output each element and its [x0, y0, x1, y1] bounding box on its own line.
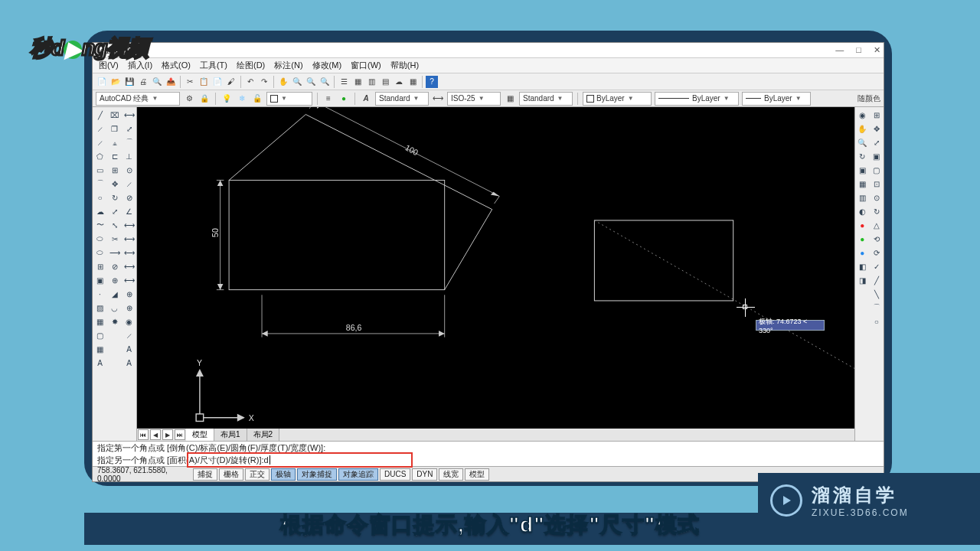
circle-icon[interactable]: ○	[94, 191, 106, 204]
close-button[interactable]: ✕	[874, 45, 880, 55]
3dfly-icon[interactable]: ▦	[856, 178, 868, 190]
ellipsearc-icon[interactable]: ⬭	[94, 246, 106, 259]
dimspace-icon[interactable]: ⟷	[123, 260, 136, 272]
preview-icon[interactable]: 🔍	[151, 76, 163, 88]
chamfer-icon[interactable]: ◢	[109, 288, 121, 300]
calc-icon[interactable]: ▦	[407, 76, 419, 88]
planarmap-icon[interactable]: ◧	[856, 260, 868, 272]
ducs-toggle[interactable]: DUCS	[380, 468, 410, 481]
save-icon[interactable]: 💾	[123, 76, 136, 88]
dimdiameter-icon[interactable]: ⊘	[123, 191, 136, 204]
fillet-icon[interactable]: ◡	[109, 302, 121, 314]
sheetset-icon[interactable]: ▤	[379, 76, 391, 88]
ucs-prev-icon[interactable]: ⤢	[871, 136, 883, 148]
properties-icon[interactable]: ☰	[338, 76, 350, 88]
textstyle-combo[interactable]: Standard▼	[375, 92, 429, 106]
tablestyle-combo[interactable]: Standard▼	[519, 92, 573, 106]
menu-draw[interactable]: 绘图(D)	[234, 59, 268, 72]
ws-lock-icon[interactable]: 🔒	[198, 93, 211, 105]
polygon-icon[interactable]: ⬠	[94, 150, 106, 162]
linetype-combo[interactable]: ByLayer▼	[655, 92, 739, 106]
material-icon[interactable]: ●	[856, 246, 868, 259]
break-icon[interactable]: ⊘	[109, 260, 121, 272]
layer-lock-icon[interactable]: 🔓	[251, 93, 263, 105]
table-icon[interactable]: ▦	[94, 343, 106, 355]
menu-format[interactable]: 格式(O)	[158, 59, 194, 72]
tolerance-icon[interactable]: ⊕	[123, 288, 136, 300]
drawing-canvas[interactable]: 100 50 86,6	[137, 107, 854, 429]
menu-dimension[interactable]: 标注(N)	[271, 59, 305, 72]
menu-help[interactable]: 帮助(H)	[387, 59, 422, 72]
block-icon[interactable]: ▣	[94, 274, 106, 286]
mirror-icon[interactable]: ⟁	[109, 136, 121, 148]
dimaligned-icon[interactable]: ⤢	[123, 122, 136, 135]
spline-icon[interactable]: 〜	[94, 219, 106, 231]
region-icon[interactable]: ▢	[94, 329, 106, 341]
vscurrent-icon[interactable]: ▥	[856, 191, 868, 204]
layer-color-combo[interactable]: ▼	[266, 92, 312, 106]
gradient-icon[interactable]: ▦	[94, 315, 106, 328]
jogline-icon[interactable]: ⟋	[123, 329, 136, 341]
publish-icon[interactable]: 📤	[165, 76, 177, 88]
snap-toggle[interactable]: 捕捉	[193, 468, 217, 481]
line-icon[interactable]: ╱	[94, 109, 106, 121]
osnap-end-icon[interactable]: ╱	[871, 274, 883, 286]
layer-manager-icon[interactable]: ≡	[322, 93, 335, 105]
dimradius-icon[interactable]: ⊙	[123, 164, 136, 176]
new-icon[interactable]: 📄	[96, 76, 108, 88]
dyn-toggle[interactable]: DYN	[412, 468, 437, 481]
toolpalette-icon[interactable]: ▥	[365, 76, 377, 88]
copy-icon[interactable]: 📋	[198, 76, 210, 88]
color-bylayer-combo[interactable]: ByLayer▼	[583, 92, 652, 106]
revcloud-icon[interactable]: ☁	[94, 205, 106, 217]
markup-icon[interactable]: ☁	[393, 76, 405, 88]
command-line-2[interactable]: 指定另一个角点或 [面积(A)/尺寸(D)/旋转(R)]: d	[93, 454, 884, 466]
polyline-icon[interactable]: ⟋	[94, 136, 106, 148]
maximize-button[interactable]: □	[856, 45, 861, 55]
sun-icon[interactable]: ●	[856, 233, 868, 245]
dimbreak-icon[interactable]: ⟷	[123, 274, 136, 286]
explode-icon[interactable]: ✸	[109, 315, 121, 328]
ucs-x-icon[interactable]: ⟲	[871, 233, 883, 245]
rotate-icon[interactable]: ↻	[109, 191, 121, 204]
3dpan-icon[interactable]: ✋	[856, 122, 868, 135]
trim-icon[interactable]: ✂	[109, 233, 121, 245]
ellipse-icon[interactable]: ⬭	[94, 233, 106, 245]
osnap-mid-icon[interactable]: ╲	[871, 288, 883, 300]
arc-icon[interactable]: ⌒	[94, 178, 106, 190]
minimize-button[interactable]: —	[835, 45, 844, 55]
dimcontinue-icon[interactable]: ⟷	[123, 246, 136, 259]
join-icon[interactable]: ⊕	[109, 274, 121, 286]
zoom-prev-icon[interactable]: 🔍	[318, 76, 331, 88]
layer-prev-icon[interactable]: ●	[338, 93, 350, 105]
layer-bulb-icon[interactable]: 💡	[220, 93, 233, 105]
ucs-icon[interactable]: ⊞	[871, 109, 883, 121]
move-icon[interactable]: ✥	[109, 178, 121, 190]
ucs-y-icon[interactable]: ⟳	[871, 246, 883, 259]
tab-model[interactable]: 模型	[186, 429, 214, 441]
tab-layout2[interactable]: 布局2	[247, 429, 280, 441]
light-icon[interactable]: ●	[856, 219, 868, 231]
tab-last-icon[interactable]: ⏭	[175, 429, 185, 440]
3dswivel-icon[interactable]: ↻	[856, 150, 868, 162]
zoom-rt-icon[interactable]: 🔍	[291, 76, 303, 88]
command-window[interactable]: 指定第一个角点或 [倒角(C)/标高(E)/圆角(F)/厚度(T)/宽度(W)]…	[93, 441, 884, 466]
lwt-toggle[interactable]: 线宽	[439, 468, 463, 481]
ucs-face-icon[interactable]: ▣	[871, 150, 883, 162]
scale-icon[interactable]: ⤢	[109, 205, 121, 217]
ws-settings-icon[interactable]: ⚙	[183, 93, 195, 105]
menu-tools[interactable]: 工具(T)	[197, 59, 230, 72]
dimlinear-icon[interactable]: ⟷	[123, 109, 136, 121]
copy-obj-icon[interactable]: ❐	[109, 122, 121, 135]
ucs-obj-icon[interactable]: ▢	[871, 164, 883, 176]
osnap-int-icon[interactable]: ⌒	[871, 302, 883, 314]
menu-window[interactable]: 窗口(W)	[348, 59, 384, 72]
center-icon[interactable]: ⊕	[123, 302, 136, 314]
osnap-cen-icon[interactable]: ○	[871, 315, 883, 328]
xline-icon[interactable]: ⟋	[94, 122, 106, 135]
3dorbit-icon[interactable]: ◉	[856, 109, 868, 121]
ortho-toggle[interactable]: 正交	[245, 468, 270, 481]
command-input[interactable]: d	[264, 455, 270, 465]
inspect-icon[interactable]: ◉	[123, 315, 136, 328]
dimstyle-combo[interactable]: ISO-25▼	[447, 92, 501, 106]
